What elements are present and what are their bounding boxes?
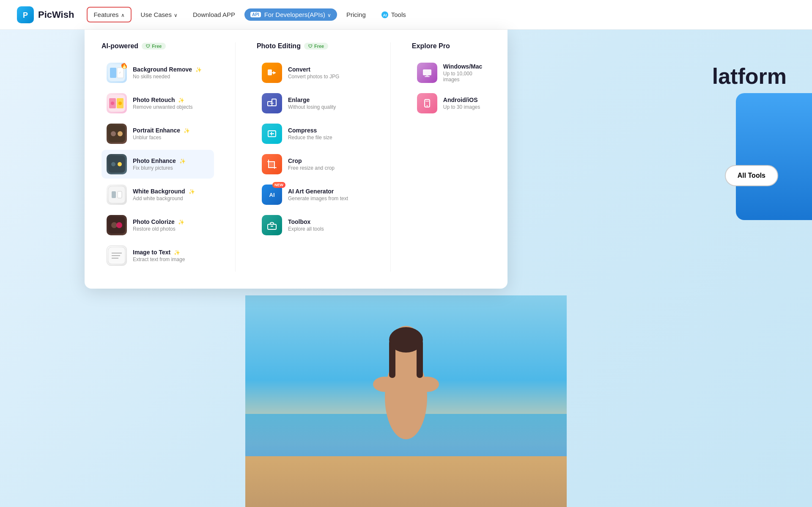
ai-art-title: AI Art Generator	[288, 188, 348, 195]
menu-item-white-bg[interactable]: White Background ✨ Add white background	[102, 180, 214, 209]
svg-rect-40	[426, 75, 428, 76]
ai-art-icon: AI NEW	[262, 185, 282, 205]
image-text-text: Image to Text ✨ Extract text from image	[133, 249, 185, 262]
nav-for-developers[interactable]: API For Developers(APIs)	[244, 8, 337, 21]
ai-powered-col: AI-powered Free ✓ 🔥 Background Remove ✨	[102, 42, 214, 272]
nav-download-app[interactable]: Download APP	[187, 8, 241, 22]
svg-rect-38	[423, 69, 431, 75]
svg-rect-31	[268, 102, 272, 106]
nav-use-cases[interactable]: Use Cases	[135, 8, 184, 22]
ai-art-subtitle: Generate images from text	[288, 196, 348, 201]
android-subtitle: Up to 30 images	[443, 104, 480, 110]
menu-item-enlarge[interactable]: Enlarge Without losing quality	[257, 89, 369, 118]
pro-item-android[interactable]: Android/iOS Up to 30 images	[412, 89, 491, 118]
nav-features[interactable]: Features	[87, 7, 131, 22]
svg-text:✓: ✓	[119, 71, 121, 74]
colorize-title: Photo Colorize ✨	[133, 218, 184, 225]
svg-point-49	[373, 377, 397, 392]
portrait-title: Portrait Enhance ✨	[133, 127, 190, 134]
svg-point-18	[118, 162, 122, 166]
tools-label: Tools	[391, 11, 406, 18]
ai-art-text: AI Art Generator Generate images from te…	[288, 188, 348, 201]
fire-emoji: 🔥	[120, 63, 127, 69]
new-badge: NEW	[272, 182, 285, 188]
menu-item-toolbox[interactable]: Toolbox Explore all tools	[257, 211, 369, 240]
sparkle-icon-3: ✨	[184, 128, 190, 134]
logo[interactable]: P PicWish	[17, 6, 74, 23]
menu-item-enhance[interactable]: Photo Enhance ✨ Fix blurry pictures	[102, 150, 214, 179]
sparkle-icon-6: ✨	[178, 219, 184, 225]
ai-powered-header: AI-powered Free	[102, 42, 214, 50]
menu-item-compress[interactable]: Compress Reduce the file size	[257, 119, 369, 148]
svg-point-14	[111, 131, 116, 136]
image-text-subtitle: Extract text from image	[133, 256, 185, 262]
explore-pro-title: Explore Pro	[412, 42, 450, 50]
crop-icon	[262, 154, 282, 174]
toolbox-icon	[262, 215, 282, 235]
image-text-icon	[107, 245, 127, 266]
compress-title: Compress	[288, 127, 332, 134]
bg-remove-icon: ✓ 🔥	[107, 63, 127, 83]
logo-text: PicWish	[38, 9, 74, 20]
svg-point-17	[111, 162, 115, 166]
retouch-title: Photo Retouch ✨	[133, 96, 192, 103]
compress-subtitle: Reduce the file size	[288, 135, 332, 141]
compress-icon	[262, 124, 282, 144]
svg-rect-20	[112, 191, 116, 198]
menu-item-portrait[interactable]: Portrait Enhance ✨ Unblur faces	[102, 119, 214, 148]
svg-text:AI: AI	[383, 13, 387, 17]
photo-editing-free-badge: Free	[304, 43, 328, 50]
nav-pricing[interactable]: Pricing	[340, 8, 372, 22]
enhance-title: Photo Enhance ✨	[133, 157, 186, 164]
convert-subtitle: Convert photos to JPG	[288, 74, 339, 80]
white-bg-text: White Background ✨ Add white background	[133, 188, 195, 201]
photo-editing-header: Photo Editing Free	[257, 42, 369, 50]
developers-chevron	[327, 11, 331, 18]
download-app-label: Download APP	[193, 11, 235, 18]
svg-rect-48	[417, 340, 423, 378]
white-bg-subtitle: Add white background	[133, 196, 195, 201]
sparkle-icon-2: ✨	[178, 97, 184, 103]
enlarge-text: Enlarge Without losing quality	[288, 96, 336, 110]
menu-item-ai-art[interactable]: AI NEW AI Art Generator Generate images …	[257, 180, 369, 209]
enhance-subtitle: Fix blurry pictures	[133, 165, 186, 171]
menu-item-bg-remove[interactable]: ✓ 🔥 Background Remove ✨ No skills needed	[102, 58, 214, 87]
svg-point-11	[111, 102, 114, 105]
crop-text: Crop Free resize and crop	[288, 157, 335, 171]
menu-item-crop[interactable]: Crop Free resize and crop	[257, 150, 369, 179]
crop-title: Crop	[288, 157, 335, 164]
android-icon	[417, 93, 437, 113]
api-badge: API	[250, 12, 261, 17]
bg-remove-title: Background Remove ✨	[133, 66, 202, 73]
features-dropdown: AI-powered Free ✓ 🔥 Background Remove ✨	[85, 30, 508, 289]
enlarge-title: Enlarge	[288, 96, 336, 103]
photo-editing-title: Photo Editing	[257, 42, 301, 50]
portrait-icon	[107, 124, 127, 144]
android-text: Android/iOS Up to 30 images	[443, 96, 480, 110]
navbar: P PicWish Features Use Cases Download AP…	[0, 0, 812, 30]
svg-text:P: P	[23, 11, 28, 19]
colorize-subtitle: Restore old photos	[133, 226, 184, 232]
svg-rect-5	[110, 68, 116, 78]
menu-item-colorize[interactable]: Photo Colorize ✨ Restore old photos	[102, 211, 214, 240]
features-chevron	[121, 11, 125, 18]
use-cases-chevron	[174, 11, 178, 18]
for-developers-label: For Developers(APIs)	[264, 11, 325, 18]
android-title: Android/iOS	[443, 96, 480, 103]
pro-item-windows[interactable]: Windows/Mac Up to 10,000 images	[412, 58, 491, 87]
menu-item-image-text[interactable]: Image to Text ✨ Extract text from image	[102, 241, 214, 270]
menu-item-convert[interactable]: Convert Convert photos to JPG	[257, 58, 369, 87]
enlarge-subtitle: Without losing quality	[288, 104, 336, 110]
svg-rect-21	[118, 191, 122, 198]
portrait-text: Portrait Enhance ✨ Unblur faces	[133, 127, 190, 141]
windows-text: Windows/Mac Up to 10,000 images	[443, 63, 486, 83]
all-tools-button[interactable]: All Tools	[725, 165, 778, 186]
bg-remove-subtitle: No skills needed	[133, 74, 202, 80]
svg-point-50	[415, 377, 439, 392]
menu-item-retouch[interactable]: Photo Retouch ✨ Remove unwanted objects	[102, 89, 214, 118]
sparkle-icon-5: ✨	[189, 189, 195, 195]
white-bg-title: White Background ✨	[133, 188, 195, 195]
nav-tools[interactable]: AI Tools	[375, 8, 412, 22]
svg-rect-32	[272, 99, 276, 106]
retouch-icon	[107, 93, 127, 113]
